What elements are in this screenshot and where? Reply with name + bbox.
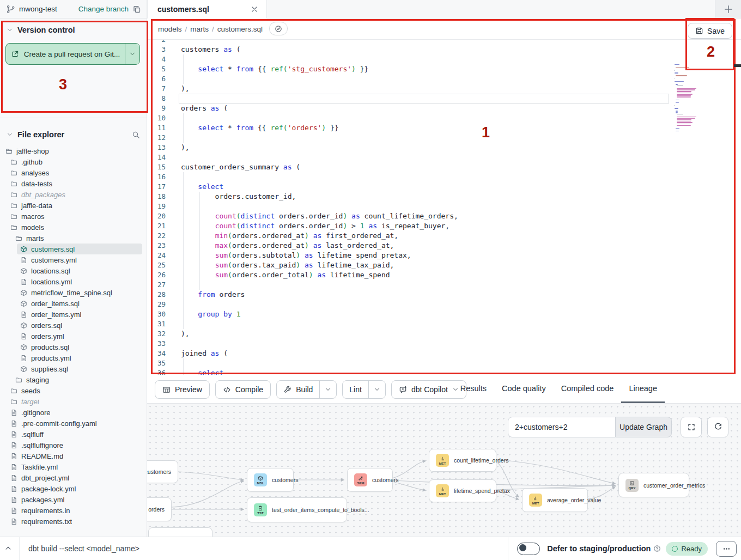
version-control-section: Version control Create a pull request on… <box>0 18 147 118</box>
tab-lineage[interactable]: Lineage <box>621 375 665 403</box>
code-line: 7), <box>147 84 741 94</box>
change-branch-link[interactable]: Change branch <box>78 5 129 13</box>
code-line: 19 <box>147 202 741 211</box>
file-tree-item[interactable]: jaffle-data <box>7 200 142 211</box>
lineage-node-average-order-value[interactable]: METaverage_order_value <box>522 488 588 512</box>
preview-button[interactable]: Preview <box>155 380 210 399</box>
file-tree-item[interactable]: locations.sql <box>17 265 142 276</box>
file-tree-item[interactable]: orders.sql <box>17 320 142 331</box>
file-tree-item[interactable]: README.md <box>7 451 142 461</box>
file-tree-item[interactable]: supplies.sql <box>17 363 142 374</box>
file-tree-item[interactable]: models <box>7 222 142 233</box>
file-tree-label: products.yml <box>31 354 71 362</box>
pr-button-chevron[interactable] <box>125 44 139 64</box>
search-icon[interactable] <box>132 131 140 139</box>
file-icon <box>10 464 17 471</box>
file-tree-item[interactable]: data-tests <box>7 178 142 189</box>
new-tab-button[interactable] <box>715 0 741 18</box>
file-tree-item[interactable]: order_items.yml <box>17 309 142 320</box>
code-editor[interactable]: 23customers as (45 select * from {{ ref(… <box>147 40 741 375</box>
file-tree-item[interactable]: jaffle-shop <box>2 145 142 156</box>
update-graph-button[interactable]: Update Graph <box>616 417 672 437</box>
file-tree-item[interactable]: requirements.in <box>7 505 142 516</box>
resize-handle[interactable] <box>734 64 741 67</box>
code-line: 23 max(orders.ordered_at) as last_ordere… <box>147 241 741 251</box>
file-tree-label: requirements.in <box>21 507 70 515</box>
file-tree-item[interactable]: .sqlfluff <box>7 429 142 440</box>
more-options-button[interactable] <box>716 541 737 557</box>
file-tree-item[interactable]: packages.yml <box>7 494 142 505</box>
file-tree-item[interactable]: requirements.txt <box>7 516 142 527</box>
lineage-filter-input[interactable] <box>508 417 616 437</box>
editor-toolbar: PreviewCompileBuildLintdbt Copilot Resul… <box>147 375 741 403</box>
lineage-node-label: customer_order_metrics <box>643 482 705 489</box>
create-pull-request-button[interactable]: Create a pull request on Git... <box>5 43 140 65</box>
refresh-icon <box>714 423 722 431</box>
copy-icon[interactable] <box>132 5 141 14</box>
cube-icon <box>20 344 27 351</box>
breadcrumb-segment[interactable]: customers.sql <box>217 25 263 33</box>
chevron-down-icon <box>325 386 331 393</box>
minimap[interactable] <box>671 63 719 135</box>
lineage-node-count-lifetime-orders[interactable]: METcount_lifetime_orders <box>429 449 496 472</box>
breadcrumb-segment[interactable]: models <box>158 25 182 33</box>
compile-button[interactable]: Compile <box>215 380 271 399</box>
file-tree-item[interactable]: seeds <box>7 385 142 396</box>
code-line: 10 <box>147 113 741 123</box>
lineage-toggle-pill[interactable] <box>269 22 288 35</box>
build-dropdown[interactable] <box>319 381 336 398</box>
lineage-node-stg-customers[interactable]: stg_customers <box>147 460 178 483</box>
lint-button[interactable]: Lint <box>342 380 386 399</box>
tab-code-quality[interactable]: Code quality <box>494 375 554 403</box>
chevron-down-icon[interactable] <box>7 131 13 138</box>
help-icon[interactable] <box>653 545 661 552</box>
dbt-copilot-label: dbt Copilot <box>411 385 448 394</box>
build-button[interactable]: Build <box>276 380 337 399</box>
file-tree-item[interactable]: products.sql <box>17 342 142 352</box>
file-tree-item[interactable]: customers.yml <box>17 254 142 265</box>
lineage-node-customer-order-metrics[interactable]: QRYcustomer_order_metrics <box>618 473 689 497</box>
file-tree-item[interactable]: metricflow_time_spine.sql <box>17 287 142 298</box>
lineage-node-test-order-items-compute-to-bools[interactable]: TSTtest_order_items_compute_to_bools... <box>247 497 347 522</box>
lint-dropdown[interactable] <box>368 381 385 398</box>
close-icon[interactable] <box>250 5 259 14</box>
copilot-icon <box>399 386 407 394</box>
lineage-node-orders[interactable]: orders <box>147 497 172 521</box>
fullscreen-button[interactable] <box>681 417 702 437</box>
file-tree-item[interactable]: customers.sql <box>17 244 142 254</box>
file-tree-item[interactable]: dbt_project.yml <box>7 472 142 483</box>
tab-customers-sql[interactable]: customers.sql <box>147 0 267 19</box>
lineage-node-customers[interactable]: SEMcustomers <box>347 468 393 492</box>
breadcrumb: models/marts/customers.sql <box>147 18 741 40</box>
file-tree-item[interactable]: locations.yml <box>17 276 142 287</box>
code-line: 6 <box>147 74 741 84</box>
tab-compiled-code[interactable]: Compiled code <box>554 375 622 403</box>
lineage-node[interactable] <box>148 527 212 537</box>
file-tree-item[interactable]: .github <box>7 156 142 167</box>
save-button[interactable]: Save <box>688 23 732 39</box>
file-tree-item[interactable]: .pre-commit-config.yaml <box>7 418 142 429</box>
file-tree-item[interactable]: orders.yml <box>17 331 142 342</box>
file-tree-label: .github <box>21 158 42 166</box>
file-tree-item[interactable]: .sqlfluffignore <box>7 440 142 451</box>
file-tree-item[interactable]: dbt_packages <box>7 189 142 200</box>
file-tree-item[interactable]: macros <box>7 211 142 222</box>
file-tree-item[interactable]: order_items.sql <box>17 298 142 309</box>
lineage-node-lifetime-spend-pretax[interactable]: METlifetime_spend_pretax <box>429 479 496 502</box>
lineage-node-customers[interactable]: MDLcustomers <box>247 468 294 492</box>
file-tree-item[interactable]: staging <box>12 374 142 385</box>
defer-toggle[interactable] <box>517 543 540 555</box>
refresh-button[interactable] <box>707 417 728 437</box>
file-tree-item[interactable]: marts <box>12 233 142 244</box>
code-line: 14 <box>147 153 741 162</box>
file-tree-item[interactable]: products.yml <box>17 352 142 363</box>
file-tree-item[interactable]: package-lock.yml <box>7 483 142 494</box>
file-tree-item[interactable]: target <box>7 396 142 407</box>
breadcrumb-segment[interactable]: marts <box>190 25 209 33</box>
tab-results[interactable]: Results <box>453 375 494 403</box>
file-tree-item[interactable]: analyses <box>7 167 142 178</box>
expand-panel-button[interactable] <box>4 544 12 554</box>
file-tree-item[interactable]: .gitignore <box>7 407 142 418</box>
file-tree-item[interactable]: Taskfile.yml <box>7 461 142 472</box>
chevron-down-icon[interactable] <box>7 27 13 33</box>
